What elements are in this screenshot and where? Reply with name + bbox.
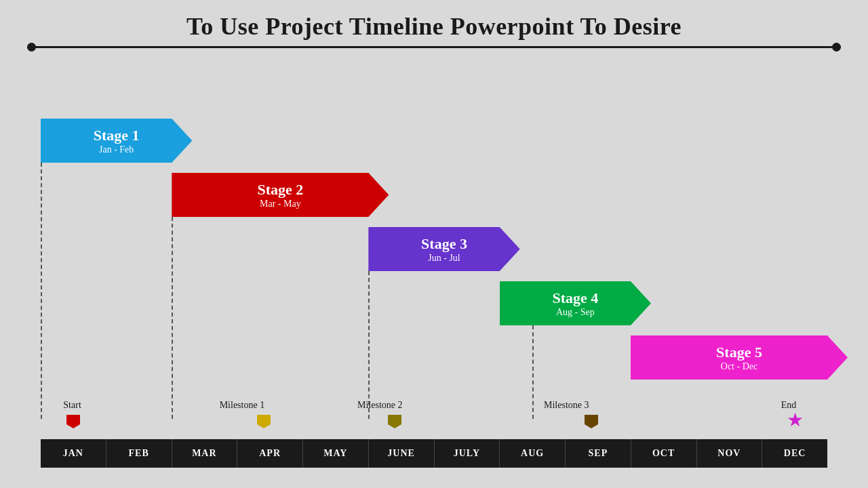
timeline-area: JANFEBMARAPRMAYJUNEJULYAUGSEPOCTNOVDEC S… xyxy=(0,88,868,468)
milestone-icon-3 xyxy=(583,413,599,430)
dashed-line-3 xyxy=(532,325,534,419)
milestone-icon-1 xyxy=(256,413,272,430)
dashed-line-1 xyxy=(172,217,173,419)
dashed-line-2 xyxy=(368,271,370,419)
stage-arrow-1: Stage 1Jan - Feb xyxy=(41,119,192,163)
svg-marker-2 xyxy=(388,415,401,428)
svg-marker-0 xyxy=(66,415,80,428)
stage-date-1: Jan - Feb xyxy=(99,144,134,155)
page-title: To Use Project Timeline Powerpoint To De… xyxy=(0,0,868,46)
stage-name-4: Stage 4 xyxy=(552,289,598,307)
page: To Use Project Timeline Powerpoint To De… xyxy=(0,0,868,488)
milestone-icon-2 xyxy=(387,413,403,430)
title-divider xyxy=(27,46,841,48)
svg-marker-1 xyxy=(257,415,271,428)
month-cell-june: JUNE xyxy=(369,439,435,468)
stage-name-2: Stage 2 xyxy=(257,181,303,199)
stage-date-2: Mar - May xyxy=(260,199,301,209)
month-cell-may: MAY xyxy=(303,439,369,468)
month-cell-oct: OCT xyxy=(631,439,697,468)
month-cell-sep: SEP xyxy=(566,439,631,468)
month-cell-nov: NOV xyxy=(697,439,763,468)
month-cell-mar: MAR xyxy=(172,439,238,468)
stage-arrow-4: Stage 4Aug - Sep xyxy=(500,281,651,325)
milestone-icon-4: ★ xyxy=(787,412,803,428)
stage-arrow-2: Stage 2Mar - May xyxy=(172,173,389,217)
stage-name-3: Stage 3 xyxy=(421,235,467,253)
month-cell-july: JULY xyxy=(435,439,500,468)
stage-date-5: Oct - Dec xyxy=(721,361,757,372)
milestone-label-1: Milestone 1 xyxy=(220,400,265,411)
svg-marker-3 xyxy=(585,415,598,428)
milestone-label-2: Milestone 2 xyxy=(357,400,403,411)
month-cell-apr: APR xyxy=(237,439,303,468)
month-cell-jan: JAN xyxy=(41,439,106,468)
stage-arrow-5: Stage 5Oct - Dec xyxy=(631,336,848,380)
stage-date-3: Jun - Jul xyxy=(428,253,460,264)
month-cell-feb: FEB xyxy=(106,439,172,468)
milestone-label-3: Milestone 3 xyxy=(544,400,589,411)
month-cell-dec: DEC xyxy=(762,439,827,468)
stage-date-4: Aug - Sep xyxy=(556,307,595,318)
stage-name-5: Stage 5 xyxy=(716,344,762,361)
milestone-icon-0 xyxy=(65,413,81,430)
dashed-line-0 xyxy=(41,163,42,419)
stage-name-1: Stage 1 xyxy=(94,127,140,144)
milestone-label-0: Start xyxy=(63,400,81,411)
month-bar: JANFEBMARAPRMAYJUNEJULYAUGSEPOCTNOVDEC xyxy=(41,439,827,468)
month-cell-aug: AUG xyxy=(500,439,566,468)
stage-arrow-3: Stage 3Jun - Jul xyxy=(368,227,519,271)
